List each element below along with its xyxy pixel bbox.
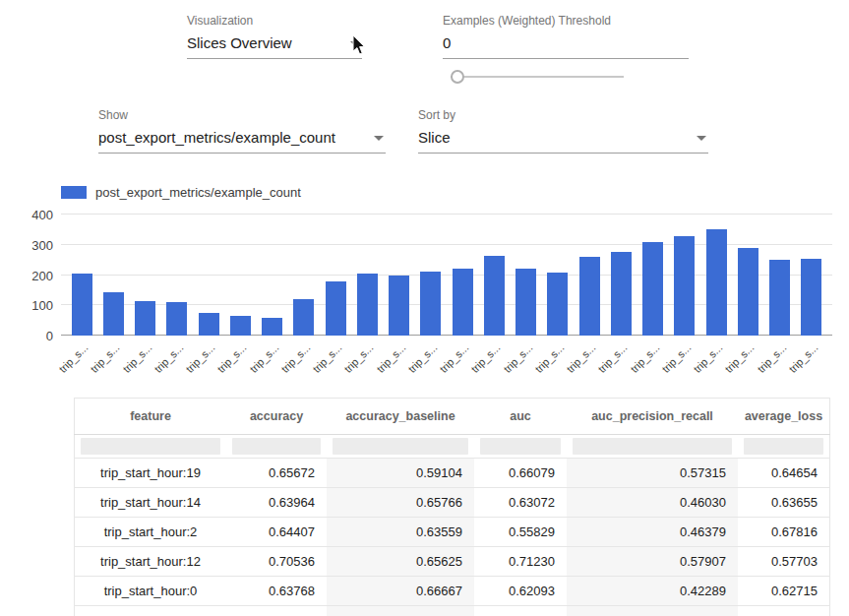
feature-cell: trip_start_hour:2 xyxy=(75,518,227,547)
metric-cell: 0.62715 xyxy=(738,577,830,606)
metric-cell: 0.46030 xyxy=(567,488,738,518)
bar-slot: trip_s... xyxy=(447,215,478,336)
y-axis-tick-label: 300 xyxy=(8,238,53,253)
bar-slot: trip_s... xyxy=(700,215,732,336)
metric-cell: 0.44173 xyxy=(567,606,738,616)
column-filter-cell xyxy=(75,435,227,459)
metric-cell: 0.55829 xyxy=(474,518,567,547)
metric-cell: 0.71230 xyxy=(474,547,567,577)
chevron-down-icon[interactable] xyxy=(374,136,384,141)
column-header-auc[interactable]: auc xyxy=(474,399,567,435)
bar-slot: trip_s... xyxy=(605,215,637,336)
sort-by-value[interactable]: Slice xyxy=(418,127,708,154)
bar[interactable] xyxy=(389,276,409,337)
examples-threshold-slider[interactable] xyxy=(451,69,624,85)
metrics-table: featureaccuracyaccuracy_baselineaucauc_p… xyxy=(74,398,830,616)
visualization-value[interactable]: Slices Overview xyxy=(187,32,362,59)
metric-cell: 0.42289 xyxy=(567,577,738,606)
sort-by-dropdown[interactable]: Sort by Slice xyxy=(418,108,708,154)
bar[interactable] xyxy=(230,316,251,336)
bar-slot: trip_s... xyxy=(193,215,224,336)
show-value[interactable]: post_export_metrics/example_count xyxy=(98,127,386,154)
examples-threshold-field[interactable]: Examples (Weighted) Threshold 0 xyxy=(443,14,689,59)
show-dropdown[interactable]: Show post_export_metrics/example_count xyxy=(98,108,386,154)
bar[interactable] xyxy=(326,281,346,336)
table-row[interactable]: trip_start_hour:120.705360.656250.712300… xyxy=(75,547,830,577)
column-filter-input[interactable] xyxy=(333,438,468,455)
column-filter-input[interactable] xyxy=(480,438,561,455)
bar-slot: trip_s... xyxy=(478,215,510,336)
bar[interactable] xyxy=(706,229,727,336)
metric-cell: 0.63655 xyxy=(738,488,830,518)
column-filter-input[interactable] xyxy=(744,438,823,455)
column-filter-input[interactable] xyxy=(573,438,732,455)
metric-cell: 0.46379 xyxy=(567,518,738,547)
bar-slot: trip_s... xyxy=(764,215,796,336)
bar[interactable] xyxy=(166,302,187,336)
bar[interactable] xyxy=(769,260,790,336)
table-row[interactable]: trip_start_hour:190.656720.591040.660790… xyxy=(75,459,830,488)
sort-by-label: Sort by xyxy=(418,108,708,122)
bar[interactable] xyxy=(199,313,219,336)
bar[interactable] xyxy=(642,242,663,336)
column-filter-cell xyxy=(567,435,738,459)
column-header-average_loss[interactable]: average_loss xyxy=(738,399,830,435)
metric-cell: 0.63964 xyxy=(226,488,327,518)
feature-cell: trip_start_hour:12 xyxy=(75,547,227,577)
slider-knob[interactable] xyxy=(451,70,464,84)
bar-slot: trip_s... xyxy=(384,215,415,336)
slices-bar-chart: 0100200300400 trip_s...trip_s...trip_s..… xyxy=(8,215,834,377)
metric-cell: 0.67816 xyxy=(738,518,830,547)
bar[interactable] xyxy=(674,236,695,336)
column-filter-cell xyxy=(738,435,830,459)
table-row[interactable]: trip_start_hour:00.637680.666670.620930.… xyxy=(75,577,830,606)
show-label: Show xyxy=(98,108,386,122)
legend-label: post_export_metrics/example_count xyxy=(95,185,301,200)
chart-legend: post_export_metrics/example_count xyxy=(61,185,301,200)
bar[interactable] xyxy=(357,274,378,336)
bar[interactable] xyxy=(484,256,505,336)
column-header-accuracy_baseline[interactable]: accuracy_baseline xyxy=(327,399,474,435)
bar-slot: trip_s... xyxy=(161,215,193,336)
table-body: trip_start_hour:190.656720.591040.660790… xyxy=(75,459,830,616)
bar[interactable] xyxy=(611,252,632,336)
bar[interactable] xyxy=(453,269,473,336)
bar[interactable] xyxy=(103,292,124,336)
column-header-auc_precision_recall[interactable]: auc_precision_recall xyxy=(567,399,738,435)
metric-cell: 0.57315 xyxy=(567,459,738,488)
metric-cell: 0.66016 xyxy=(226,606,327,616)
y-axis-tick-label: 400 xyxy=(8,208,53,222)
feature-cell: trip_start_hour:14 xyxy=(75,488,227,518)
bar[interactable] xyxy=(515,269,536,336)
column-filter-input[interactable] xyxy=(232,438,321,455)
bar[interactable] xyxy=(135,301,155,336)
table-row[interactable]: trip_start_hour:20.644070.635590.558290.… xyxy=(75,518,830,547)
examples-threshold-label: Examples (Weighted) Threshold xyxy=(443,14,689,28)
column-header-accuracy[interactable]: accuracy xyxy=(226,399,327,435)
metric-cell: 0.66079 xyxy=(474,459,567,488)
bar[interactable] xyxy=(801,259,821,336)
show-selected-text: post_export_metrics/example_count xyxy=(98,129,335,146)
bar[interactable] xyxy=(579,257,600,336)
bar[interactable] xyxy=(420,272,441,336)
slider-track[interactable] xyxy=(451,76,624,78)
table-row[interactable]: trip_start_hour:140.639640.657660.630720… xyxy=(75,488,830,518)
chevron-down-icon[interactable] xyxy=(697,136,706,141)
bar[interactable] xyxy=(293,299,314,336)
feature-cell: trip_start_hour:23 xyxy=(75,606,227,616)
examples-threshold-input[interactable]: 0 xyxy=(443,32,689,59)
bar[interactable] xyxy=(738,248,758,336)
visualization-dropdown[interactable]: Visualization Slices Overview xyxy=(187,14,362,59)
table-row[interactable]: trip_start_hour:230.660160.648440.583370… xyxy=(75,606,830,616)
bar[interactable] xyxy=(72,274,92,336)
bar[interactable] xyxy=(547,273,568,336)
bar-slot: trip_s... xyxy=(542,215,574,336)
metric-cell: 0.70536 xyxy=(226,547,327,577)
column-header-feature[interactable]: feature xyxy=(75,399,227,435)
metric-cell: 0.64407 xyxy=(226,518,327,547)
metric-cell: 0.63072 xyxy=(474,488,567,518)
column-filter-input[interactable] xyxy=(81,438,220,455)
metric-cell: 0.65142 xyxy=(738,606,830,616)
feature-cell: trip_start_hour:19 xyxy=(75,459,227,488)
bar[interactable] xyxy=(262,318,282,336)
